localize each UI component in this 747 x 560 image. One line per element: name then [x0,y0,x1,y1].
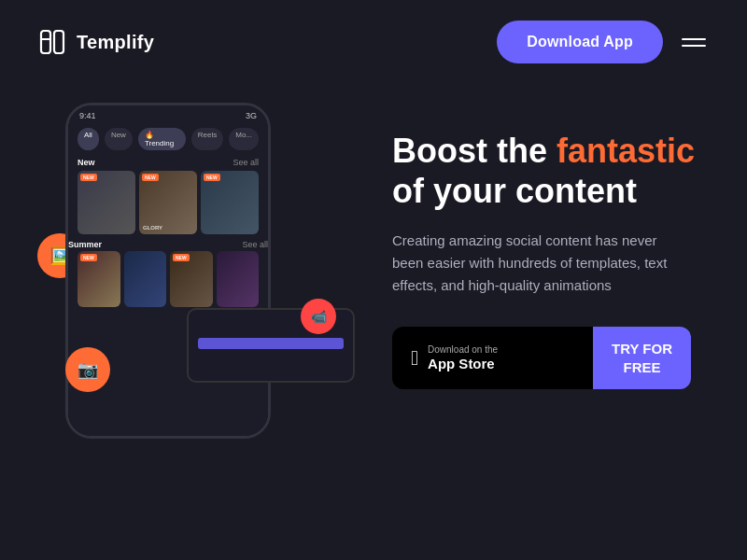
summer-section-title: Summer [68,240,102,249]
headline-part2: of your content [392,172,637,210]
new-card-1: NEW [78,171,135,234]
video-icon: 📹 [311,309,327,324]
new-grid-row: NEW NEW GLORY NEW [68,171,268,238]
app-store-text-container: Download on the App Store [428,345,498,371]
summer-see-all[interactable]: See all [242,240,268,249]
summer-grid: NEW NEW [68,251,268,307]
camera-icon: 📷 [78,359,98,380]
description-text: Creating amazing social content has neve… [392,230,691,297]
try-free-line2: FREE [623,359,660,375]
new-card-3: NEW [201,171,259,234]
phone-tabs: All New 🔥 Trending Reels Mo... [68,124,268,154]
logo: Templify [37,27,154,57]
phone-mockup-area: 🖼️ 9:41 3G All New 🔥 Trending Reels Mo..… [37,103,355,439]
new-badge-3: NEW [204,174,220,181]
phone-signal: 3G [246,111,257,120]
summer-card-4 [217,251,260,307]
header-right: Download App [497,21,710,63]
svg-rect-1 [54,31,63,53]
tab-reels[interactable]: Reels [191,128,223,150]
try-free-button[interactable]: TRY FOR FREE [593,327,691,389]
svg-rect-0 [41,31,50,53]
summer-card-2 [124,251,167,307]
new-section-header: New See all [68,154,268,171]
header: Templify Download App [0,0,747,84]
try-free-line1: TRY FOR [612,341,672,357]
logo-text: Templify [77,32,154,53]
video-icon-float: 📹 [301,299,336,334]
app-store-name: App Store [428,357,498,371]
apple-icon:  [411,346,418,371]
headline-part1: Boost the [392,132,557,170]
tab-more[interactable]: Mo... [229,128,259,150]
new-card-2: NEW GLORY [139,171,197,234]
headline: Boost the fantastic of your content [392,131,710,211]
new-badge-2: NEW [142,174,159,181]
phone-status-bar: 9:41 3G [68,105,268,124]
app-store-button[interactable]:  Download on the App Store [392,327,593,389]
menu-line-1 [682,38,706,40]
menu-line-2 [682,45,706,47]
phone-overlay-bar [198,338,344,349]
summer-section-header: Summer See all [68,238,268,251]
new-badge-1: NEW [80,174,97,181]
tab-new[interactable]: New [105,128,133,150]
summer-new-badge: NEW [80,254,97,261]
headline-highlight: fantastic [557,132,695,170]
content-right: Boost the fantastic of your content Crea… [392,103,710,389]
try-free-text: TRY FOR FREE [612,340,672,376]
download-app-button[interactable]: Download App [497,21,663,63]
summer-new-badge-2: NEW [173,254,190,261]
tab-trending[interactable]: 🔥 Trending [138,128,186,150]
card-2-text: GLORY [143,225,193,231]
new-see-all[interactable]: See all [233,158,259,167]
camera-icon-float: 📷 [65,347,110,392]
summer-card-3: NEW [170,251,213,307]
logo-icon [37,27,67,57]
app-store-pre: Download on the [428,345,498,355]
phone-time: 9:41 [79,111,96,120]
summer-card-1: NEW [78,251,120,307]
new-section-title: New [78,158,95,167]
cta-row:  Download on the App Store TRY FOR FREE [392,327,691,389]
menu-button[interactable] [678,35,710,50]
main-content: 🖼️ 9:41 3G All New 🔥 Trending Reels Mo..… [0,84,747,439]
tab-all[interactable]: All [78,128,99,150]
